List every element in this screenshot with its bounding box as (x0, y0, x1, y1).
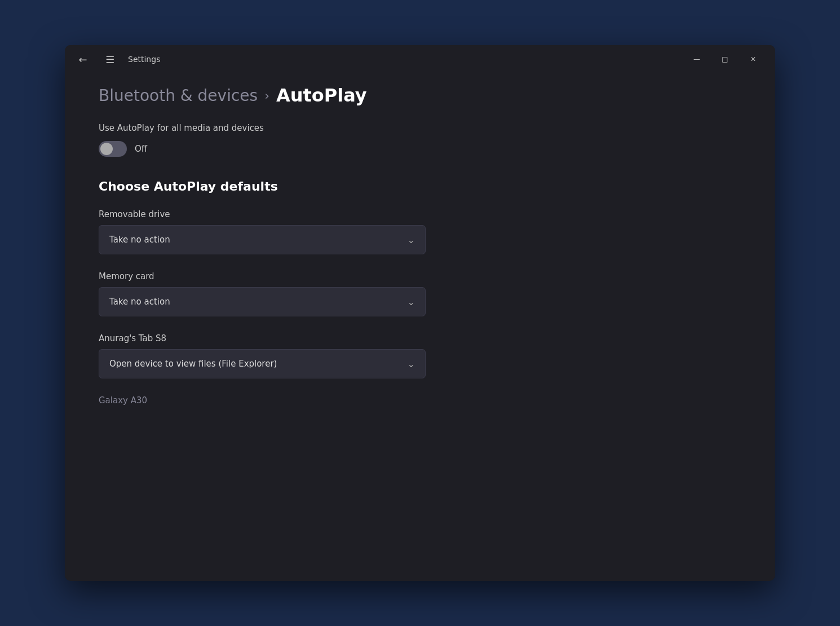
defaults-section-heading: Choose AutoPlay defaults (99, 179, 741, 193)
breadcrumb-separator: › (264, 89, 269, 103)
galaxy-a30-title: Galaxy A30 (99, 395, 741, 405)
removable-drive-chevron-icon: ⌄ (408, 235, 415, 245)
memory-card-value: Take no action (109, 297, 170, 307)
breadcrumb-parent[interactable]: Bluetooth & devices (99, 86, 258, 105)
titlebar: ← ☰ Settings — □ ✕ (65, 45, 775, 73)
autoplay-toggle-label: Use AutoPlay for all media and devices (99, 123, 741, 133)
removable-drive-value: Take no action (109, 235, 170, 245)
toggle-knob (100, 143, 113, 155)
window-title: Settings (128, 55, 160, 64)
close-button[interactable]: ✕ (740, 50, 766, 68)
autoplay-toggle-row: Off (99, 141, 741, 157)
breadcrumb: Bluetooth & devices › AutoPlay (99, 85, 741, 106)
memory-card-dropdown[interactable]: Take no action ⌄ (99, 287, 426, 316)
anurag-tab-dropdown[interactable]: Open device to view files (File Explorer… (99, 349, 426, 378)
autoplay-toggle-state: Off (135, 144, 147, 154)
menu-button[interactable]: ☰ (101, 50, 119, 68)
anurag-tab-value: Open device to view files (File Explorer… (109, 359, 277, 369)
main-content: Bluetooth & devices › AutoPlay Use AutoP… (65, 73, 775, 581)
removable-drive-dropdown[interactable]: Take no action ⌄ (99, 225, 426, 254)
memory-card-section: Memory card Take no action ⌄ (99, 271, 741, 316)
window-controls: — □ ✕ (684, 50, 766, 68)
titlebar-left: ← ☰ Settings (74, 50, 160, 68)
galaxy-a30-section: Galaxy A30 (99, 395, 741, 405)
maximize-button[interactable]: □ (712, 50, 738, 68)
anurag-tab-title: Anurag's Tab S8 (99, 333, 741, 343)
anurag-tab-section: Anurag's Tab S8 Open device to view file… (99, 333, 741, 378)
settings-window: ← ☰ Settings — □ ✕ Bluetooth & devices ›… (65, 45, 775, 581)
autoplay-toggle[interactable] (99, 141, 127, 157)
memory-card-chevron-icon: ⌄ (408, 297, 415, 307)
back-button[interactable]: ← (74, 50, 92, 68)
removable-drive-section: Removable drive Take no action ⌄ (99, 209, 741, 254)
breadcrumb-current: AutoPlay (276, 85, 367, 106)
anurag-tab-chevron-icon: ⌄ (408, 359, 415, 369)
removable-drive-title: Removable drive (99, 209, 741, 219)
memory-card-title: Memory card (99, 271, 741, 281)
minimize-button[interactable]: — (684, 50, 710, 68)
